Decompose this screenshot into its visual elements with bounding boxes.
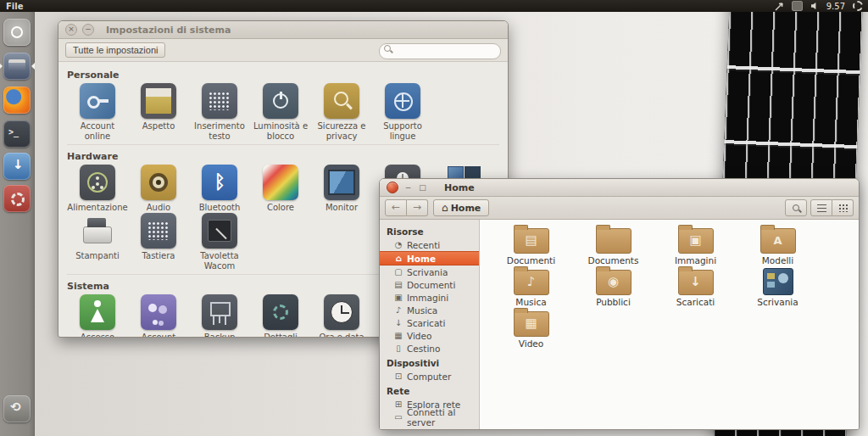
- home-titlebar[interactable]: − □ Home: [380, 179, 859, 197]
- dash-home-button[interactable]: [3, 19, 31, 46]
- minimize-icon[interactable]: −: [403, 183, 413, 193]
- computer-icon: [393, 372, 403, 381]
- home-toolbar: ← → ⌂ Home: [380, 197, 859, 220]
- settings-item-label: Ora e data: [319, 333, 364, 338]
- folder-label: Video: [519, 338, 543, 349]
- settings-titlebar[interactable]: × − Impostazioni di sistema: [58, 21, 508, 39]
- minimize-icon[interactable]: −: [82, 24, 94, 36]
- sidebar-item-cestino[interactable]: Cestino: [380, 342, 479, 355]
- sidebar-section-title: Dispositivi: [380, 355, 479, 370]
- files-launcher-icon[interactable]: [3, 53, 31, 80]
- settings-toolbar: Tutte le impostazioni: [58, 39, 508, 62]
- settings-item-luminosita-blocco[interactable]: Luminosità e blocco: [250, 83, 311, 141]
- back-button[interactable]: ←: [385, 199, 407, 216]
- sidebar-item-musica[interactable]: Musica: [380, 304, 479, 316]
- close-icon[interactable]: [387, 182, 398, 193]
- sidebar-item-scrivania[interactable]: Scrivania: [380, 266, 479, 278]
- clock[interactable]: 9.57: [826, 2, 845, 11]
- settings-item-account-utente[interactable]: Account utente: [128, 294, 189, 338]
- settings-item-stampanti[interactable]: Stampanti: [67, 213, 128, 271]
- forward-button[interactable]: →: [407, 199, 428, 216]
- all-settings-button[interactable]: Tutte le impostazioni: [65, 42, 165, 58]
- folder-pubblici[interactable]: Pubblici: [572, 266, 654, 307]
- terminal-launcher-icon[interactable]: [3, 120, 31, 148]
- settings-item-tastiera[interactable]: Tastiera: [128, 213, 189, 271]
- settings-search-input[interactable]: [379, 43, 501, 59]
- sidebar-item-video[interactable]: Video: [380, 329, 479, 342]
- folder-scaricati[interactable]: Scaricati: [654, 266, 737, 307]
- folder-icon: [678, 228, 714, 254]
- system-settings-launcher-icon[interactable]: [3, 185, 31, 212]
- settings-item-inserimento-testo[interactable]: Inserimento testo: [189, 83, 250, 141]
- sidebar-item-computer[interactable]: Computer: [380, 370, 479, 383]
- maximize-icon[interactable]: □: [418, 183, 427, 193]
- downloads-icon: [393, 318, 403, 327]
- trash-launcher-icon[interactable]: [3, 395, 31, 422]
- settings-item-monitor[interactable]: Monitor: [311, 165, 372, 213]
- settings-item-audio[interactable]: Audio: [128, 165, 189, 213]
- text-entry-icon: [202, 83, 237, 119]
- list-view-button[interactable]: [810, 199, 832, 216]
- folder-scrivania[interactable]: Scrivania: [737, 266, 819, 307]
- folder-musica[interactable]: Musica: [490, 266, 572, 307]
- folder-icon: [596, 228, 632, 254]
- session-menu-icon[interactable]: [853, 1, 863, 11]
- settings-item-alimentazione[interactable]: Alimentazione: [67, 165, 128, 213]
- sidebar-item-label: Scaricati: [407, 318, 445, 328]
- folder-modelli[interactable]: Modelli: [737, 224, 819, 266]
- printer-icon: [80, 213, 115, 249]
- folder-icon: [678, 270, 714, 295]
- sidebar-item-recenti[interactable]: Recenti: [380, 238, 479, 251]
- language-support-icon: [385, 83, 420, 119]
- software-center-launcher-icon[interactable]: [3, 153, 31, 180]
- keyboard-indicator-icon[interactable]: [792, 1, 803, 11]
- sidebar-item-documenti[interactable]: Documenti: [380, 278, 479, 291]
- menu-file[interactable]: File: [0, 2, 29, 11]
- settings-item-dettagli[interactable]: Dettagli: [250, 294, 311, 338]
- settings-item-sicurezza-privacy[interactable]: Sicurezza e privacy: [311, 83, 372, 141]
- settings-item-supporto-lingue[interactable]: Supporto lingue: [372, 83, 433, 141]
- firefox-launcher-icon[interactable]: [3, 87, 31, 114]
- time-date-icon: [324, 294, 359, 330]
- settings-item-tavoletta-wacom[interactable]: Tavoletta Wacom: [189, 213, 250, 271]
- folder-immagini[interactable]: Immagini: [654, 224, 737, 266]
- account-online-icon: [80, 83, 115, 119]
- focused-pip: [28, 63, 35, 70]
- search-icon: [793, 204, 799, 211]
- folder-video[interactable]: Video: [490, 307, 572, 349]
- settings-item-accesso-universale[interactable]: Accesso universale: [67, 294, 128, 338]
- settings-item-account-online[interactable]: Account online: [67, 83, 128, 141]
- search-button[interactable]: [785, 199, 807, 216]
- sidebar-item-label: Video: [407, 331, 431, 341]
- videos-icon: [393, 331, 403, 340]
- settings-item-ora-e-data[interactable]: Ora e data: [311, 294, 372, 338]
- close-icon[interactable]: ×: [65, 24, 77, 36]
- grid-view-button[interactable]: [832, 199, 854, 216]
- section-title: Hardware: [67, 151, 499, 162]
- settings-item-label: Alimentazione: [67, 203, 127, 213]
- volume-icon[interactable]: [810, 2, 819, 10]
- details-icon: [263, 294, 298, 330]
- folder-label: Immagini: [675, 255, 716, 266]
- files-view[interactable]: Documenti Documents Immagini Modelli Mus…: [480, 220, 859, 429]
- sidebar-item-connetti-al-server[interactable]: Connetti al server: [380, 411, 479, 423]
- sidebar-item-immagini[interactable]: Immagini: [380, 291, 479, 304]
- input-indicator-icon[interactable]: [775, 2, 784, 11]
- sidebar-item-home[interactable]: Home: [380, 251, 479, 266]
- pictures-icon: [393, 293, 403, 302]
- sidebar-item-label: Musica: [407, 305, 437, 316]
- top-panel: File 9.57: [0, 0, 868, 12]
- settings-item-aspetto[interactable]: Aspetto: [128, 83, 189, 141]
- folder-icon: [514, 228, 549, 254]
- folder-label: Documents: [588, 255, 639, 266]
- sidebar-item-label: Connetti al server: [407, 407, 479, 428]
- folder-documents[interactable]: Documents: [572, 224, 654, 266]
- folder-documenti[interactable]: Documenti: [490, 224, 572, 266]
- sidebar-item-scaricati[interactable]: Scaricati: [380, 316, 479, 329]
- settings-item-colore[interactable]: Colore: [250, 165, 311, 213]
- network-browse-icon: [393, 400, 403, 409]
- settings-item-bluetooth[interactable]: Bluetooth: [189, 165, 250, 213]
- sidebar-item-label: Documenti: [407, 280, 455, 290]
- breadcrumb[interactable]: ⌂ Home: [433, 199, 489, 216]
- settings-item-backup[interactable]: Backup: [189, 294, 250, 338]
